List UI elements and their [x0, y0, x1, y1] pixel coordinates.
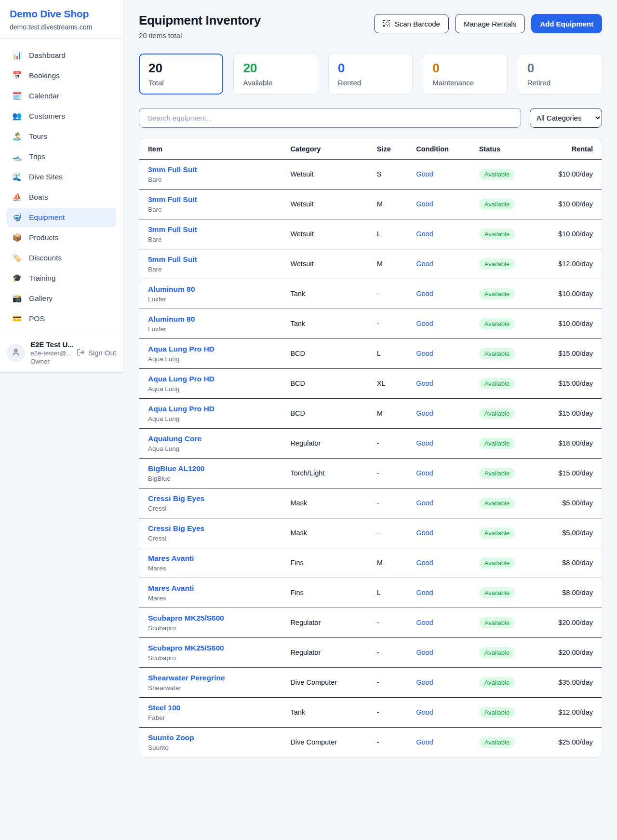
add-equipment-button[interactable]: Add Equipment [531, 14, 602, 33]
stat-card-retired[interactable]: 0 Retired [518, 54, 602, 95]
item-name-link[interactable]: Cressi Big Eyes [148, 524, 204, 533]
item-category: BCD [282, 398, 368, 428]
condition-link[interactable]: Good [416, 499, 433, 507]
item-name-link[interactable]: Suunto Zoop [148, 733, 194, 742]
table-row: 3mm Full Suit Bare Wetsuit S Good Availa… [139, 159, 602, 189]
item-brand: Luxfer [148, 296, 273, 303]
condition-link[interactable]: Good [416, 678, 433, 686]
trips-icon: 🛥️ [12, 151, 22, 162]
sidebar-item-training[interactable]: 🎓 Training [7, 269, 116, 288]
item-size: - [368, 637, 408, 667]
item-name-link[interactable]: Aqua Lung Pro HD [148, 375, 215, 383]
sign-out-button[interactable]: Sign Out [77, 348, 116, 358]
table-row: Suunto Zoop Suunto Dive Computer - Good … [139, 727, 602, 757]
sidebar-item-label: Trips [29, 151, 45, 162]
condition-link[interactable]: Good [416, 469, 433, 477]
status-badge: Available [479, 408, 515, 419]
item-brand: Cressi [148, 535, 273, 542]
sidebar-item-pos[interactable]: 💳 POS [7, 309, 116, 328]
condition-link[interactable]: Good [416, 290, 433, 298]
user-info: E2E Test U... e2e-tester@... Owner [30, 340, 71, 365]
item-category: BCD [282, 368, 368, 398]
condition-link[interactable]: Good [416, 350, 433, 357]
item-name-link[interactable]: Aluminum 80 [148, 285, 195, 294]
manage-rentals-button[interactable]: Manage Rentals [455, 14, 525, 33]
condition-link[interactable]: Good [416, 260, 433, 268]
search-row: All Categories [139, 108, 602, 128]
search-input[interactable] [139, 108, 521, 128]
item-name-link[interactable]: Cressi Big Eyes [148, 494, 204, 503]
condition-link[interactable]: Good [416, 738, 433, 746]
item-rental: $10.00/day [541, 279, 602, 309]
condition-link[interactable]: Good [416, 230, 433, 238]
item-name-link[interactable]: Steel 100 [148, 704, 180, 712]
item-brand: Aqua Lung [148, 355, 273, 363]
table-row: Cressi Big Eyes Cressi Mask - Good Avail… [139, 488, 602, 518]
item-category: Tank [282, 697, 368, 727]
user-email: e2e-tester@... [30, 350, 71, 357]
sidebar-item-calendar[interactable]: 🗓️ Calendar [7, 86, 116, 106]
col-header-category: Category [282, 138, 368, 160]
item-rental: $12.00/day [541, 249, 602, 279]
sidebar-item-dive-sites[interactable]: 🌊 Dive Sites [7, 167, 116, 187]
stat-card-total[interactable]: 20 Total [139, 54, 223, 95]
condition-link[interactable]: Good [416, 439, 433, 447]
item-name-link[interactable]: Mares Avanti [148, 554, 194, 563]
item-name-link[interactable]: Mares Avanti [148, 584, 194, 593]
sidebar-item-equipment[interactable]: 🤿 Equipment [7, 208, 116, 227]
sidebar-item-boats[interactable]: ⛵ Boats [7, 188, 116, 207]
sidebar-item-bookings[interactable]: 📅 Bookings [7, 66, 116, 85]
status-badge: Available [479, 498, 515, 509]
condition-link[interactable]: Good [416, 170, 433, 178]
stat-card-rented[interactable]: 0 Rented [328, 54, 413, 95]
item-size: - [368, 667, 408, 697]
item-category: Regulator [282, 608, 368, 637]
item-name-link[interactable]: Shearwater Peregrine [148, 674, 225, 682]
sidebar-item-gallery[interactable]: 📸 Gallery [7, 289, 116, 308]
condition-link[interactable]: Good [416, 529, 433, 537]
discounts-icon: 🏷️ [12, 253, 22, 263]
item-name-link[interactable]: 3mm Full Suit [148, 165, 197, 174]
sidebar-item-trips[interactable]: 🛥️ Trips [7, 147, 116, 166]
condition-link[interactable]: Good [416, 379, 433, 387]
item-size: M [368, 249, 408, 279]
user-section: E2E Test U... e2e-tester@... Owner Sign … [0, 334, 123, 372]
table-row: Shearwater Peregrine Shearwater Dive Com… [139, 667, 602, 697]
item-name-link[interactable]: 3mm Full Suit [148, 225, 197, 234]
sidebar-item-customers[interactable]: 👥 Customers [7, 107, 116, 126]
item-name-link[interactable]: Aluminum 80 [148, 315, 195, 324]
item-name-link[interactable]: BigBlue AL1200 [148, 464, 204, 473]
condition-link[interactable]: Good [416, 409, 433, 417]
stat-card-available[interactable]: 20 Available [233, 54, 318, 95]
condition-link[interactable]: Good [416, 589, 433, 596]
category-filter[interactable]: All Categories [530, 108, 602, 128]
stat-label: Total [148, 79, 214, 87]
sidebar-item-dashboard[interactable]: 📊 Dashboard [7, 46, 116, 65]
item-brand: Cressi [148, 505, 273, 512]
condition-link[interactable]: Good [416, 559, 433, 567]
condition-link[interactable]: Good [416, 320, 433, 327]
item-rental: $25.00/day [541, 727, 602, 757]
user-name: E2E Test U... [30, 340, 71, 349]
sidebar-item-tours[interactable]: 🏝️ Tours [7, 127, 116, 146]
item-name-link[interactable]: Aqua Lung Pro HD [148, 345, 215, 353]
sidebar-item-products[interactable]: 📦 Products [7, 228, 116, 247]
table-row: 3mm Full Suit Bare Wetsuit L Good Availa… [139, 219, 602, 249]
sidebar-item-discounts[interactable]: 🏷️ Discounts [7, 248, 116, 268]
item-size: L [368, 339, 408, 368]
item-name-link[interactable]: Scubapro MK25/S600 [148, 614, 224, 623]
item-name-link[interactable]: Scubapro MK25/S600 [148, 644, 224, 652]
item-name-link[interactable]: 3mm Full Suit [148, 195, 197, 204]
stat-card-maintenance[interactable]: 0 Maintenance [423, 54, 507, 95]
item-category: Fins [282, 548, 368, 578]
scan-barcode-button[interactable]: Scan Barcode [374, 14, 449, 33]
condition-link[interactable]: Good [416, 708, 433, 716]
condition-link[interactable]: Good [416, 200, 433, 208]
stat-value: 20 [148, 61, 214, 76]
condition-link[interactable]: Good [416, 619, 433, 626]
item-name-link[interactable]: Aqualung Core [148, 434, 201, 443]
item-rental: $20.00/day [541, 608, 602, 637]
condition-link[interactable]: Good [416, 649, 433, 656]
item-name-link[interactable]: 5mm Full Suit [148, 255, 197, 264]
item-name-link[interactable]: Aqua Lung Pro HD [148, 405, 215, 413]
